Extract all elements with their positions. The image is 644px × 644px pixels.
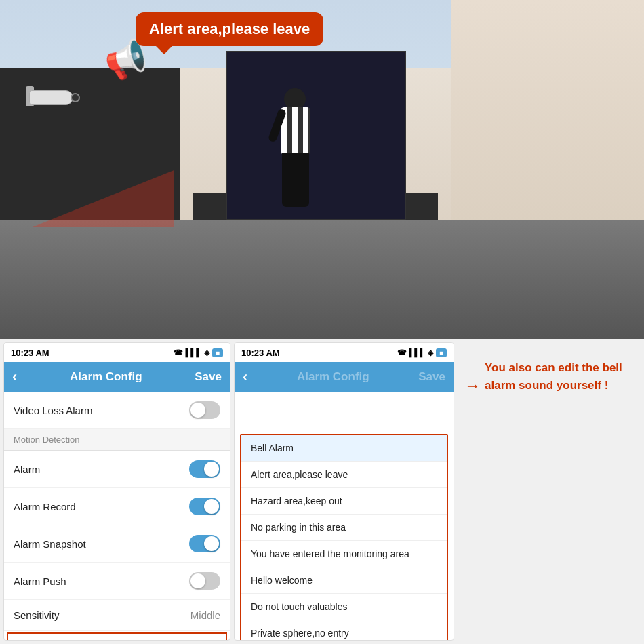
- dropdown-item-parking[interactable]: No parking in this area: [241, 515, 447, 541]
- sensitivity-label: Sensitivity: [14, 609, 60, 621]
- menu-item-sensitivity: Sensitivity Middle: [4, 600, 230, 631]
- dropdown-item-alert[interactable]: Alert area,please leave: [241, 462, 447, 488]
- wifi-icon: ◈: [204, 348, 209, 357]
- annotation-arrow-icon: →: [464, 376, 481, 395]
- status-icons-2: ☎ ▌▌▌ ◈ ■: [397, 348, 447, 357]
- app-header-2: ‹ Alarm Config Save: [235, 362, 454, 392]
- alarm-record-toggle[interactable]: [189, 498, 220, 515]
- battery-icon-2: ■: [436, 348, 447, 357]
- alarm-push-toggle[interactable]: [189, 572, 220, 590]
- alarm-icon: ☎: [174, 348, 183, 357]
- menu-item-video-loss: Video Loss Alarm: [4, 392, 230, 429]
- wifi-icon-2: ◈: [428, 348, 433, 357]
- back-button-2[interactable]: ‹: [243, 368, 247, 386]
- status-icons-1: ☎ ▌▌▌ ◈ ■: [174, 348, 223, 357]
- alarm-icon-2: ☎: [397, 348, 407, 357]
- alarm-toggle[interactable]: [189, 460, 220, 478]
- dropdown-list: Bell Alarm Alert area,please leave Hazar…: [240, 434, 448, 641]
- app-header-1: ‹ Alarm Config Save: [4, 362, 230, 392]
- panels-wrapper: 10:23 AM ☎ ▌▌▌ ◈ ■ ‹ Alarm Config Save V…: [0, 339, 644, 644]
- time-1: 10:23 AM: [11, 348, 49, 358]
- alarm-sound-row-highlighted: Alarm Sound Alarm Sound Type Bell Alarm: [7, 632, 227, 641]
- back-button-1[interactable]: ‹: [12, 368, 17, 386]
- person-silhouette: [270, 88, 325, 224]
- dropdown-item-hello[interactable]: Hello welcome: [241, 567, 447, 594]
- alarm-label: Alarm: [14, 464, 40, 475]
- save-button-2[interactable]: Save: [418, 370, 445, 384]
- hero-section: 📢 Alert area,please leave: [0, 0, 644, 339]
- save-button-1[interactable]: Save: [195, 370, 222, 384]
- phone-panel-2: 10:23 AM ☎ ▌▌▌ ◈ ■ ‹ Alarm Config Save B…: [234, 342, 454, 641]
- menu-item-alarm-sound: Alarm Sound: [8, 634, 226, 641]
- menu-item-alarm-record: Alarm Record: [4, 488, 230, 525]
- alarm-snapshot-label: Alarm Snapshot: [14, 538, 86, 550]
- annotation-area: → You also can edit the bell alarm sound…: [458, 339, 644, 644]
- speech-bubble: Alert area,please leave: [136, 12, 323, 46]
- video-loss-label: Video Loss Alarm: [14, 405, 92, 416]
- status-bar-2: 10:23 AM ☎ ▌▌▌ ◈ ■: [235, 343, 454, 362]
- security-camera: [26, 85, 80, 108]
- time-2: 10:23 AM: [241, 348, 280, 358]
- camera-lens: [71, 93, 80, 102]
- menu-item-alarm: Alarm: [4, 451, 230, 488]
- dropdown-item-bell[interactable]: Bell Alarm: [241, 435, 447, 462]
- person-pants: [282, 153, 309, 207]
- dropdown-item-hazard[interactable]: Hazard area,keep out: [241, 488, 447, 515]
- signal-icon-2: ▌▌▌: [409, 348, 425, 357]
- header-title-1: Alarm Config: [70, 370, 142, 384]
- menu-item-alarm-snapshot: Alarm Snapshot: [4, 525, 230, 563]
- signal-icon: ▌▌▌: [186, 348, 201, 357]
- section-motion-label: Motion Detection: [14, 435, 80, 445]
- dropdown-item-private[interactable]: Private sphere,no entry: [241, 620, 447, 641]
- bottom-panels: 10:23 AM ☎ ▌▌▌ ◈ ■ ‹ Alarm Config Save V…: [0, 339, 644, 644]
- header-title-2: Alarm Config: [297, 370, 369, 384]
- phone-panel-1: 10:23 AM ☎ ▌▌▌ ◈ ■ ‹ Alarm Config Save V…: [3, 342, 230, 641]
- battery-icon: ■: [212, 348, 223, 357]
- camera-body: [29, 90, 73, 105]
- dropdown-item-touch[interactable]: Do not touch valuables: [241, 594, 447, 620]
- alarm-push-label: Alarm Push: [14, 576, 66, 587]
- video-loss-toggle[interactable]: [189, 401, 220, 419]
- status-bar-1: 10:23 AM ☎ ▌▌▌ ◈ ■: [4, 343, 230, 362]
- annotation-text: You also can edit the bell alarm sound y…: [485, 359, 641, 394]
- section-motion: Motion Detection: [4, 429, 230, 451]
- alarm-snapshot-toggle[interactable]: [189, 535, 220, 552]
- alarm-record-label: Alarm Record: [14, 501, 76, 512]
- sensitivity-value: Middle: [190, 609, 220, 621]
- menu-item-alarm-push: Alarm Push: [4, 563, 230, 600]
- dropdown-item-entered[interactable]: You have entered the monitoring area: [241, 541, 447, 567]
- driveway: [0, 220, 644, 339]
